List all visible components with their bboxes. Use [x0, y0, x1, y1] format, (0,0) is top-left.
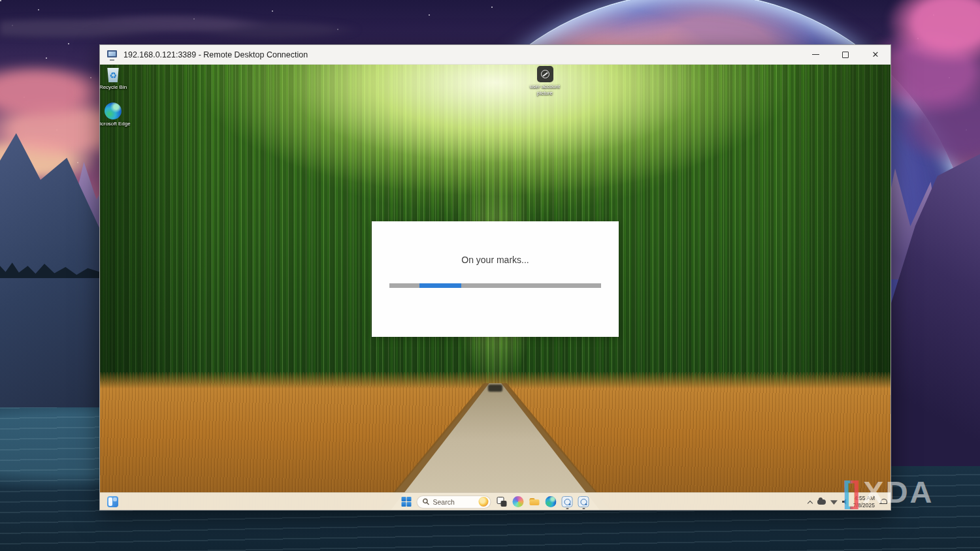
maximize-icon: [842, 52, 849, 58]
minimize-button[interactable]: [800, 45, 830, 64]
window-title: 192.168.0.121:3389 - Remote Desktop Conn…: [123, 50, 308, 59]
setup-message: On your marks...: [372, 255, 619, 265]
desktop-icon-user-account-picture[interactable]: user account picture: [526, 66, 564, 96]
hidden-icons-chevron[interactable]: [808, 499, 813, 505]
remote-desktop-window: 192.168.0.121:3389 - Remote Desktop Conn…: [99, 44, 891, 511]
fence-right: [100, 383, 890, 510]
desktop-icon-label-line2: picture: [537, 90, 553, 96]
widgets-icon[interactable]: [107, 496, 118, 507]
dark-clouds: [0, 12, 497, 42]
window-titlebar[interactable]: 192.168.0.121:3389 - Remote Desktop Conn…: [100, 45, 890, 65]
running-indicator: [582, 508, 585, 510]
close-button[interactable]: ✕: [860, 45, 890, 64]
desktop-icon-label-line1: user account: [530, 84, 560, 89]
desktop-icon-label: Microsoft Edge: [100, 121, 131, 127]
edge-icon: [105, 102, 122, 119]
network-icon[interactable]: [830, 499, 838, 505]
search-icon: [423, 498, 430, 505]
host-desktop: 192.168.0.121:3389 - Remote Desktop Conn…: [0, 0, 980, 551]
maximize-button[interactable]: [830, 45, 860, 64]
running-indicator: [566, 508, 568, 510]
minimize-icon: [812, 54, 819, 55]
setup-dialog: On your marks...: [372, 221, 619, 337]
watermark-text: XDA: [863, 477, 934, 507]
window-controls: ✕: [800, 45, 890, 64]
pinned-app-icon-2[interactable]: [578, 496, 589, 507]
taskbar-center-icons: Search: [402, 493, 589, 510]
file-explorer-icon[interactable]: [529, 496, 540, 507]
progress-bar-fill: [419, 283, 461, 288]
progress-bar-track: [389, 283, 601, 288]
pinned-app-icon-1[interactable]: [562, 496, 573, 507]
broken-image-icon: [537, 66, 553, 82]
edge-taskbar-icon[interactable]: [546, 496, 557, 507]
copilot-icon[interactable]: [513, 496, 524, 507]
remote-session: ♻ Recycle Bin Microsoft Edge user accoun…: [100, 65, 890, 510]
search-highlights-icon: [479, 497, 489, 507]
remote-taskbar: Search 4:55 AM: [100, 492, 890, 510]
onedrive-icon[interactable]: [817, 499, 826, 505]
distant-people: [488, 385, 502, 392]
bamboo-fences: [100, 383, 890, 510]
stars: [0, 0, 1, 1]
task-view-icon[interactable]: [497, 496, 508, 507]
start-button[interactable]: [402, 497, 412, 507]
close-icon: ✕: [872, 50, 879, 59]
fence-left: [100, 383, 890, 510]
desktop-icon-label: Recycle Bin: [100, 84, 127, 91]
watermark-bracket-right: ]: [850, 477, 861, 507]
xda-watermark: [ ] XDA: [843, 477, 934, 507]
recycle-bin-icon: ♻: [106, 67, 121, 83]
rdp-app-icon: [107, 50, 118, 59]
desktop-icon-microsoft-edge[interactable]: Microsoft Edge: [100, 102, 132, 127]
search-label: Search: [433, 498, 479, 506]
desktop-icon-recycle-bin[interactable]: ♻ Recycle Bin: [100, 67, 132, 91]
search-box[interactable]: Search: [417, 496, 491, 509]
